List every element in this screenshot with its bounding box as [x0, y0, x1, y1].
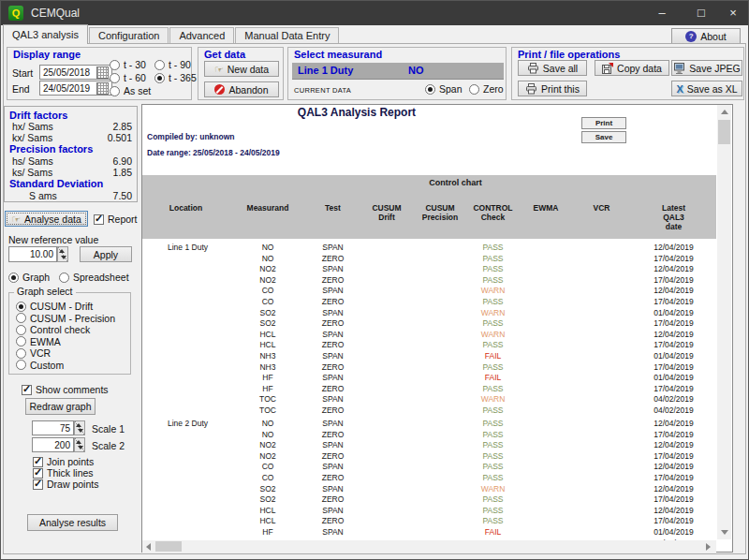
- test-cell: SPAN: [305, 483, 360, 494]
- measurand-cell: HCL: [230, 329, 305, 340]
- horizontal-scrollbar[interactable]: [142, 540, 716, 553]
- scale2-spinner[interactable]: [74, 437, 85, 452]
- measurand-name: NO: [408, 65, 424, 76]
- excel-x-icon: X: [676, 83, 683, 95]
- test-cell: SPAN: [305, 263, 360, 274]
- test-cell: SPAN: [305, 418, 360, 429]
- qal3-date-cell: 12/04/2019: [630, 505, 716, 516]
- control-check-cell: PASS: [467, 515, 519, 526]
- control-check-cell: PASS: [467, 472, 519, 483]
- current-data-label: CURRENT DATA: [294, 86, 351, 95]
- control-check-cell: PASS: [467, 494, 519, 505]
- save-as-xl-button[interactable]: X Save as XL: [671, 81, 742, 96]
- measurand-cell: TOC: [230, 405, 305, 416]
- table-row: NO2ZEROPASS17/04/2019: [142, 274, 716, 286]
- measurand-cell: SO2: [230, 483, 305, 494]
- abandon-button[interactable]: Abandon: [204, 81, 279, 97]
- measurand-cell: SO2: [230, 494, 305, 505]
- graph-select-control-check[interactable]: Control check: [16, 324, 90, 335]
- measurand-cell: CO: [230, 461, 305, 472]
- zero-radio[interactable]: Zero: [469, 83, 504, 95]
- vertical-scroll-thumb[interactable]: [718, 120, 730, 144]
- checkbox-draw-points-label: Draw points: [47, 479, 98, 490]
- measurand-cell: HF: [230, 526, 305, 538]
- measurand-cell: SO2: [230, 317, 305, 329]
- scale1-spinner[interactable]: [74, 420, 85, 435]
- control-check-cell: WARN: [467, 483, 519, 494]
- save-jpeg-button[interactable]: Save JPEG: [671, 60, 742, 76]
- radio-dot: [469, 84, 479, 95]
- checkbox-draw-points[interactable]: Draw points: [33, 479, 98, 490]
- checkbox-thick-lines-label: Thick lines: [47, 467, 94, 479]
- measurand-cell: NO2: [230, 450, 305, 462]
- control-check-cell: PASS: [467, 505, 519, 516]
- apply-button[interactable]: Apply: [80, 246, 132, 262]
- spreadsheet-label: Spreadsheet: [73, 272, 129, 283]
- test-cell: SPAN: [305, 350, 360, 361]
- qal3-date-cell: 12/04/2019: [630, 418, 716, 429]
- tab-qal3-analysis[interactable]: QAL3 analysis: [3, 24, 88, 44]
- abandon-label: Abandon: [228, 84, 268, 96]
- save-all-button[interactable]: Save all: [518, 60, 587, 76]
- analyse-data-button[interactable]: ☞ Analyse data: [5, 211, 88, 227]
- range-option-t-30[interactable]: t - 30: [110, 59, 146, 70]
- graph-select-cusum-precision[interactable]: CUSUM - Precision: [16, 313, 115, 324]
- measurand-bar[interactable]: Line 1 Duty NO: [292, 63, 504, 80]
- checkbox-join-points-label: Join points: [47, 456, 94, 467]
- tab-advanced[interactable]: Advanced: [169, 27, 234, 44]
- analyse-results-button[interactable]: Analyse results: [27, 514, 118, 531]
- tab-manual-data-entry[interactable]: Manual Data Entry: [235, 27, 339, 44]
- graph-radio[interactable]: Graph: [8, 272, 50, 283]
- scale1-input[interactable]: 75: [32, 420, 74, 435]
- test-cell: SPAN: [305, 439, 360, 450]
- range-option-t-60[interactable]: t - 60: [110, 72, 146, 83]
- range-option-t-90[interactable]: t - 90: [154, 59, 191, 70]
- scale2-input[interactable]: 200: [32, 437, 74, 452]
- calendar-icon[interactable]: [96, 82, 109, 95]
- qal3-date-cell: 12/04/2019: [630, 439, 716, 450]
- about-button[interactable]: ? About: [671, 28, 741, 44]
- radio-dot: [16, 360, 26, 370]
- close-button[interactable]: ×: [714, 1, 749, 25]
- qal3-date-cell: 17/04/2019: [630, 274, 716, 286]
- control-check-cell: FAIL: [467, 526, 519, 538]
- report-label: Report: [108, 214, 138, 225]
- minimize-button[interactable]: –: [643, 1, 681, 25]
- show-comments-checkbox[interactable]: Show comments: [22, 384, 109, 395]
- qal3-date-cell: 01/04/2019: [630, 307, 716, 318]
- start-label: Start: [12, 67, 33, 79]
- scroll-up-icon[interactable]: [717, 105, 731, 119]
- test-cell: ZERO: [305, 383, 360, 394]
- graph-select-ewma[interactable]: EWMA: [16, 336, 61, 347]
- horizontal-scroll-thumb[interactable]: [155, 541, 182, 552]
- end-date-input[interactable]: 24/05/2019: [39, 81, 112, 96]
- get-data-title: Get data: [204, 49, 245, 60]
- new-data-button[interactable]: ☞ New data: [204, 61, 279, 77]
- graph-select-vcr[interactable]: VCR: [16, 347, 51, 359]
- start-date-input[interactable]: 25/05/2018: [39, 65, 112, 80]
- new-reference-input[interactable]: 10.00: [8, 246, 57, 262]
- calendar-icon[interactable]: [96, 66, 109, 79]
- graph-select-cusum-precision-label: CUSUM - Precision: [30, 313, 115, 324]
- copy-data-button[interactable]: Copy data: [595, 60, 669, 76]
- range-option-t-365[interactable]: t - 365: [154, 72, 197, 83]
- table-row: COZEROPASS17/04/2019: [142, 472, 716, 483]
- new-reference-spinner[interactable]: [57, 246, 68, 262]
- print-this-button[interactable]: Print this: [518, 81, 587, 96]
- tab-configuration[interactable]: Configuration: [89, 27, 169, 44]
- graph-select-cusum-drift[interactable]: CUSUM - Drift: [16, 301, 93, 312]
- range-option-as-set[interactable]: As set: [110, 85, 151, 96]
- test-cell: SPAN: [305, 461, 360, 472]
- scroll-right-icon[interactable]: [702, 540, 714, 553]
- scroll-down-icon[interactable]: [717, 525, 731, 539]
- spreadsheet-radio[interactable]: Spreadsheet: [59, 272, 129, 283]
- vertical-scrollbar[interactable]: [717, 105, 731, 539]
- qal3-date-cell: 17/04/2019: [630, 339, 716, 350]
- scroll-left-icon[interactable]: [142, 540, 154, 553]
- graph-select-custom[interactable]: Custom: [16, 360, 64, 371]
- radio-dot: [8, 273, 19, 283]
- measurand-cell: NO: [230, 418, 305, 429]
- report-checkbox[interactable]: Report: [94, 214, 138, 225]
- span-radio[interactable]: Span: [425, 83, 463, 95]
- redraw-graph-button[interactable]: Redraw graph: [25, 398, 95, 415]
